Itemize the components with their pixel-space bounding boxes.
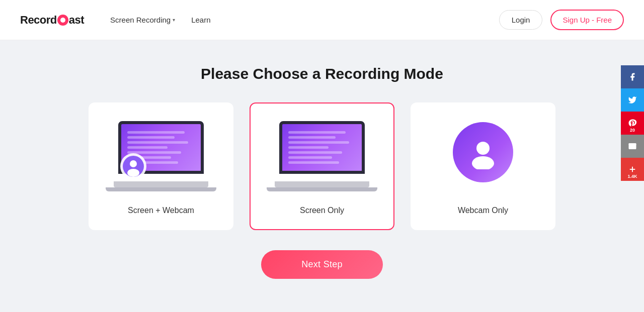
webcam-only-circle <box>453 122 513 182</box>
logo-c-icon <box>57 15 68 26</box>
webcam-only-illustration <box>433 119 533 194</box>
card-screen-only-label: Screen Only <box>300 206 344 215</box>
login-button[interactable]: Login <box>499 10 543 30</box>
social-sidebar: 20 1.4K <box>621 65 644 181</box>
screen-only-illustration <box>272 119 372 194</box>
chevron-down-icon: ▾ <box>173 17 175 23</box>
pinterest-count: 20 <box>630 128 635 133</box>
laptop-base <box>114 181 208 187</box>
main-nav: Screen Recording ▾ Learn <box>104 12 499 28</box>
header-actions: Login Sign Up - Free <box>499 10 624 30</box>
card-screen-webcam[interactable]: Screen + Webcam <box>89 102 233 230</box>
screen-webcam-illustration <box>111 119 211 194</box>
card-screen-only[interactable]: Screen Only <box>250 102 394 230</box>
facebook-share-button[interactable] <box>621 65 644 88</box>
svg-point-1 <box>130 160 137 167</box>
more-share-button[interactable]: 1.4K <box>621 158 644 181</box>
card-screen-webcam-label: Screen + Webcam <box>128 206 194 215</box>
main-content: Please Choose a Recording Mode <box>0 40 644 299</box>
nav-screen-recording[interactable]: Screen Recording ▾ <box>104 12 181 28</box>
logo-text-record: Record <box>20 14 57 27</box>
svg-point-2 <box>127 169 139 177</box>
page-title: Please Choose a Recording Mode <box>201 65 443 82</box>
laptop-screen-only <box>279 121 365 174</box>
logo-text-ast: ast <box>69 14 84 27</box>
svg-point-4 <box>472 156 494 169</box>
next-step-button[interactable]: Next Step <box>261 250 383 279</box>
header: Recordast Screen Recording ▾ Learn Login… <box>0 0 644 40</box>
twitter-share-button[interactable] <box>621 88 644 112</box>
plus-count: 1.4K <box>627 174 637 179</box>
signup-button[interactable]: Sign Up - Free <box>550 10 624 30</box>
laptop-icon <box>113 121 209 191</box>
logo[interactable]: Recordast <box>20 14 84 27</box>
pinterest-share-button[interactable]: 20 <box>621 112 644 135</box>
svg-point-3 <box>476 142 490 155</box>
nav-learn[interactable]: Learn <box>185 12 216 28</box>
recording-mode-cards: Screen + Webcam <box>89 102 555 230</box>
card-webcam-only-label: Webcam Only <box>458 206 508 215</box>
webcam-bubble <box>120 153 146 179</box>
card-webcam-only[interactable]: Webcam Only <box>411 102 555 230</box>
laptop-screen-only-icon <box>274 121 370 191</box>
email-share-button[interactable] <box>621 135 644 158</box>
laptop-base-2 <box>275 181 369 187</box>
